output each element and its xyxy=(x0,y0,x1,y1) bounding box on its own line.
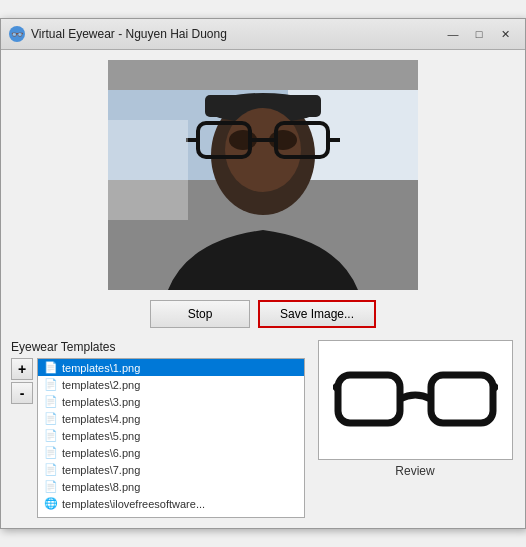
camera-feed xyxy=(108,60,418,290)
review-label: Review xyxy=(395,464,434,478)
list-item[interactable]: 📄 templates\4.png xyxy=(38,410,304,427)
close-button[interactable]: ✕ xyxy=(493,25,517,43)
file-icon: 📄 xyxy=(44,446,58,459)
svg-rect-18 xyxy=(338,375,400,423)
list-item[interactable]: 📄 templates\8.png xyxy=(38,478,304,495)
svg-rect-3 xyxy=(108,60,418,90)
templates-controls: + - xyxy=(11,358,33,518)
list-item[interactable]: 🌐 templates\ilovefreesoftware... xyxy=(38,495,304,512)
camera-view xyxy=(108,60,418,290)
svg-rect-19 xyxy=(431,375,493,423)
svg-line-20 xyxy=(333,385,338,390)
file-icon: 📄 xyxy=(44,429,58,442)
minimize-button[interactable]: — xyxy=(441,25,465,43)
list-item[interactable]: 📄 templates\6.png xyxy=(38,444,304,461)
save-image-button[interactable]: Save Image... xyxy=(258,300,376,328)
list-item[interactable]: 📄 templates\5.png xyxy=(38,427,304,444)
review-box xyxy=(318,340,513,460)
titlebar: 👓 Virtual Eyewear - Nguyen Hai Duong — □… xyxy=(1,19,525,50)
list-item[interactable]: 📄 templates\2.png xyxy=(38,376,304,393)
file-icon: 📄 xyxy=(44,412,58,425)
remove-template-button[interactable]: - xyxy=(11,382,33,404)
titlebar-left: 👓 Virtual Eyewear - Nguyen Hai Duong xyxy=(9,26,227,42)
eyewear-templates-label: Eyewear Templates xyxy=(11,340,305,354)
main-content: Stop Save Image... Eyewear Templates + -… xyxy=(1,50,525,528)
add-template-button[interactable]: + xyxy=(11,358,33,380)
templates-list[interactable]: 📄 templates\1.png 📄 templates\2.png 📄 te… xyxy=(37,358,305,518)
list-item[interactable]: 📄 templates\3.png xyxy=(38,393,304,410)
svg-point-9 xyxy=(225,108,301,192)
file-icon: 📄 xyxy=(44,463,58,476)
maximize-button[interactable]: □ xyxy=(467,25,491,43)
list-item[interactable]: 📄 templates\7.png xyxy=(38,461,304,478)
list-item[interactable]: 📄 templates\1.png xyxy=(38,359,304,376)
main-window: 👓 Virtual Eyewear - Nguyen Hai Duong — □… xyxy=(0,18,526,529)
svg-rect-17 xyxy=(108,120,188,220)
left-panel: Eyewear Templates + - 📄 templates\1.png … xyxy=(11,340,305,518)
bottom-section: Eyewear Templates + - 📄 templates\1.png … xyxy=(11,340,515,518)
templates-container: + - 📄 templates\1.png 📄 templates\2.png xyxy=(11,358,305,518)
window-controls: — □ ✕ xyxy=(441,25,517,43)
file-icon: 📄 xyxy=(44,361,58,374)
svg-line-21 xyxy=(493,385,498,390)
stop-button[interactable]: Stop xyxy=(150,300,250,328)
app-icon: 👓 xyxy=(9,26,25,42)
camera-area xyxy=(11,60,515,290)
review-glasses-svg xyxy=(333,355,498,445)
file-icon: 📄 xyxy=(44,378,58,391)
right-panel: Review xyxy=(315,340,515,518)
file-icon: 📄 xyxy=(44,480,58,493)
buttons-row: Stop Save Image... xyxy=(11,300,515,328)
window-title: Virtual Eyewear - Nguyen Hai Duong xyxy=(31,27,227,41)
web-icon: 🌐 xyxy=(44,497,58,510)
file-icon: 📄 xyxy=(44,395,58,408)
